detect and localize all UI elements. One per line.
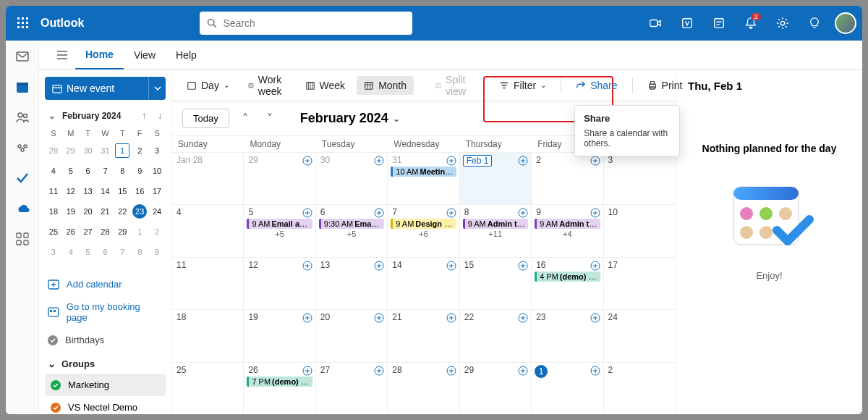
rail-more-apps-icon[interactable] (14, 230, 31, 248)
add-event-icon[interactable] (518, 366, 528, 376)
minical-day[interactable]: 8 (114, 161, 131, 181)
add-event-icon[interactable] (518, 313, 528, 323)
calendar-event[interactable]: 9 AMAdmin task (535, 219, 600, 229)
app-launcher-icon[interactable] (12, 12, 35, 35)
calendar-day[interactable]: 99 AMAdmin task+4 (532, 205, 603, 256)
calendar-day[interactable]: 21 (388, 310, 459, 361)
minical-day[interactable]: 2 (131, 140, 148, 161)
calendar-day[interactable]: 22 (460, 310, 532, 361)
more-events[interactable]: +5 (247, 230, 312, 238)
month-title[interactable]: February 2024⌄ (300, 111, 400, 126)
minical-day[interactable]: 4 (62, 242, 80, 262)
minical-day[interactable]: 30 (80, 140, 97, 161)
groups-header[interactable]: ⌄Groups (45, 351, 166, 374)
minical-day[interactable]: 6 (80, 161, 97, 181)
calendar-day[interactable]: 29 (244, 153, 315, 204)
minical-day[interactable]: 3 (148, 140, 166, 161)
rail-onedrive-icon[interactable] (14, 200, 31, 217)
add-event-icon[interactable] (590, 313, 600, 323)
tips-icon[interactable] (803, 12, 826, 35)
minical-day[interactable]: 9 (131, 161, 148, 181)
minical-day[interactable]: 27 (80, 222, 97, 242)
rail-people-icon[interactable] (14, 109, 31, 126)
minical-day[interactable]: 6 (97, 242, 114, 262)
birthdays-item[interactable]: Birthdays (45, 329, 166, 351)
minical-day[interactable]: 9 (148, 242, 166, 262)
calendar-day[interactable]: 18 (172, 310, 244, 361)
add-event-icon[interactable] (302, 208, 312, 218)
view-day-button[interactable]: Day⌄ (179, 76, 237, 95)
calendar-day[interactable]: 30 (316, 153, 388, 204)
minical-day[interactable]: 5 (62, 161, 80, 181)
calendar-day[interactable]: 23 (532, 310, 603, 361)
calendar-day[interactable]: 12 (244, 258, 315, 309)
minical-day[interactable]: 18 (45, 201, 62, 222)
add-event-icon[interactable] (590, 156, 600, 166)
add-event-icon[interactable] (374, 208, 384, 218)
more-events[interactable]: +6 (391, 230, 456, 238)
calendar-day[interactable]: 2 (604, 363, 676, 414)
add-event-icon[interactable] (374, 261, 384, 271)
minical-day[interactable]: 10 (148, 161, 166, 181)
onenote-icon[interactable] (676, 12, 699, 35)
minical-day[interactable]: 12 (62, 181, 80, 201)
calendar-day[interactable]: 27 (316, 363, 388, 414)
view-workweek-button[interactable]: Work week (241, 70, 294, 101)
minical-day[interactable]: 29 (114, 222, 131, 242)
calendar-event[interactable]: 4 PM(demo) Ma (535, 272, 600, 282)
new-event-button[interactable]: New event (45, 77, 148, 100)
cal-prev-icon[interactable]: ˄ (237, 110, 254, 127)
calendar-day[interactable]: 19 (244, 310, 315, 361)
minical-day[interactable]: 23 (131, 201, 148, 222)
minical-day[interactable]: 8 (131, 242, 148, 262)
minical-day[interactable]: 4 (45, 161, 62, 181)
calendar-day[interactable]: 11 (172, 258, 244, 309)
rail-calendar-icon[interactable] (14, 78, 31, 96)
print-button[interactable]: Print (640, 76, 690, 95)
minical-day[interactable]: 22 (114, 201, 131, 222)
minical-day[interactable]: 7 (114, 242, 131, 262)
add-event-icon[interactable] (518, 208, 528, 218)
group-item[interactable]: Marketing (45, 374, 166, 396)
minical-day[interactable]: 1 (131, 222, 148, 242)
calendar-event[interactable]: 9 AMDesign revi (391, 219, 456, 229)
calendar-day[interactable]: 25 (172, 363, 244, 414)
add-event-icon[interactable] (302, 313, 312, 323)
minical-day[interactable]: 14 (97, 181, 114, 201)
add-event-icon[interactable] (590, 261, 600, 271)
calendar-day[interactable]: 69:30 AMEmail an+5 (316, 205, 388, 256)
calendar-day[interactable]: 1 (532, 363, 603, 414)
calendar-day[interactable]: 14 (388, 258, 459, 309)
add-event-icon[interactable] (446, 261, 456, 271)
add-event-icon[interactable] (302, 156, 312, 166)
add-event-icon[interactable] (446, 366, 456, 376)
add-event-icon[interactable] (374, 313, 384, 323)
view-week-button[interactable]: Week (298, 76, 353, 95)
view-month-button[interactable]: Month (357, 76, 414, 95)
calendar-day[interactable]: Feb 1 (460, 153, 532, 204)
booking-page-link[interactable]: Go to my booking page (45, 295, 166, 329)
calendar-day[interactable]: 3 (604, 153, 676, 204)
rail-mail-icon[interactable] (14, 48, 31, 65)
calendar-day[interactable]: Jan 28 (172, 153, 244, 204)
more-events[interactable]: +11 (463, 230, 528, 238)
calendar-day[interactable]: 2 (532, 153, 603, 204)
tab-home[interactable]: Home (75, 41, 124, 70)
minical-day[interactable]: 29 (62, 140, 80, 161)
minical-day[interactable]: 13 (80, 181, 97, 201)
add-calendar-link[interactable]: Add calendar (45, 272, 166, 295)
filter-button[interactable]: Filter⌄ (492, 76, 553, 95)
calendar-day[interactable]: 15 (460, 258, 532, 309)
calendar-day[interactable]: 89 AMAdmin task+11 (460, 205, 532, 256)
tab-help[interactable]: Help (166, 41, 207, 70)
add-event-icon[interactable] (446, 156, 456, 166)
calendar-day[interactable]: 79 AMDesign revi+6 (388, 205, 459, 256)
add-event-icon[interactable] (374, 366, 384, 376)
minical-day[interactable]: 11 (45, 181, 62, 201)
minical-day[interactable]: 19 (62, 201, 80, 222)
add-event-icon[interactable] (302, 261, 312, 271)
minical-day[interactable]: 1 (114, 140, 131, 161)
add-event-icon[interactable] (446, 208, 456, 218)
rail-groups-icon[interactable] (14, 139, 31, 156)
calendar-day[interactable]: 20 (316, 310, 388, 361)
